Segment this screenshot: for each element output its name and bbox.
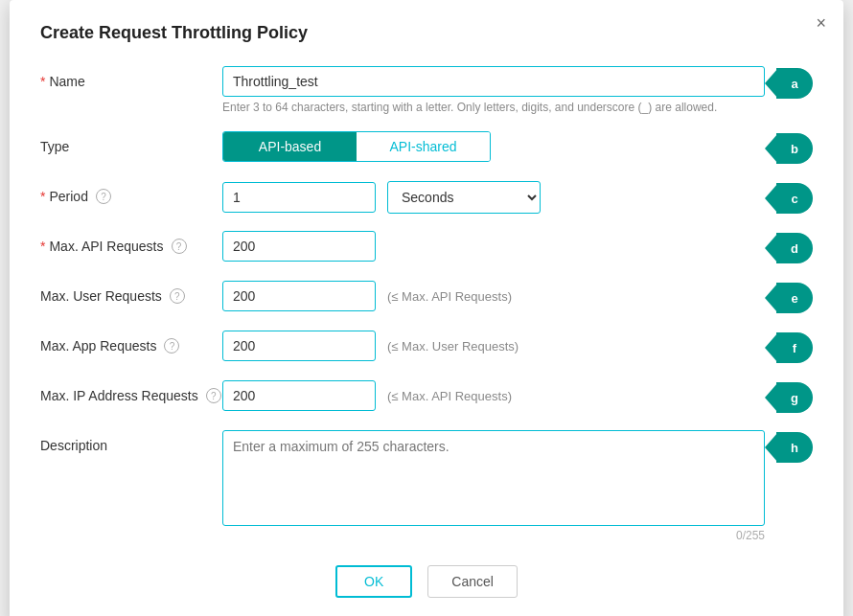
name-required-star: * — [40, 74, 45, 89]
max-app-constraint: (≤ Max. User Requests) — [387, 339, 519, 354]
max-ip-input[interactable] — [222, 380, 376, 411]
max-api-row-inner — [222, 231, 765, 262]
name-input-col: Enter 3 to 64 characters, starting with … — [222, 66, 765, 114]
max-api-label: Max. API Requests — [49, 239, 163, 254]
period-inputs: Seconds Minutes Hours Days — [222, 181, 765, 214]
name-input[interactable] — [222, 66, 765, 97]
badge-d-wrap: d — [776, 231, 813, 263]
badge-f-wrap: f — [776, 331, 813, 363]
type-label-col: Type — [40, 131, 222, 154]
close-button[interactable]: × — [816, 13, 826, 34]
badge-e-wrap: e — [776, 281, 813, 313]
badge-c: c — [776, 183, 813, 214]
max-ip-row-inner: (≤ Max. API Requests) — [222, 380, 765, 411]
badge-g: g — [776, 382, 813, 413]
cancel-button[interactable]: Cancel — [427, 565, 518, 598]
max-api-input[interactable] — [222, 231, 376, 262]
type-api-shared-button[interactable]: API-shared — [357, 132, 490, 161]
max-user-help-icon[interactable]: ? — [170, 288, 185, 304]
badge-c-wrap: c — [776, 181, 813, 214]
max-api-input-col — [222, 231, 765, 262]
max-user-label: Max. User Requests — [40, 288, 162, 304]
period-help-icon[interactable]: ? — [96, 189, 111, 204]
max-ip-constraint: (≤ Max. API Requests) — [387, 389, 512, 403]
max-api-required-star: * — [40, 239, 45, 254]
max-user-input[interactable] — [222, 281, 376, 311]
type-toggle-group: API-based API-shared — [222, 131, 491, 162]
ok-button[interactable]: OK — [335, 565, 412, 598]
badge-h-wrap: h — [776, 430, 813, 463]
period-unit-select[interactable]: Seconds Minutes Hours Days — [387, 181, 541, 214]
name-label-col: * Name — [40, 66, 222, 89]
max-app-label-col: Max. App Requests ? — [40, 331, 222, 354]
badge-h: h — [776, 432, 813, 463]
badge-a-wrap: a — [776, 66, 813, 99]
max-ip-help-icon[interactable]: ? — [206, 388, 221, 403]
max-user-row: Max. User Requests ? (≤ Max. API Request… — [40, 281, 813, 313]
max-ip-label: Max. IP Address Requests — [40, 388, 198, 403]
description-label: Description — [40, 438, 107, 453]
max-user-row-inner: (≤ Max. API Requests) — [222, 281, 765, 311]
period-row: * Period ? Seconds Minutes Hours Days c — [40, 181, 813, 214]
period-label: Period — [49, 189, 87, 204]
max-api-row: * Max. API Requests ? d — [40, 231, 813, 263]
max-ip-label-col: Max. IP Address Requests ? — [40, 380, 222, 403]
badge-b-wrap: b — [776, 131, 813, 164]
description-input-col: 0/255 — [222, 430, 765, 542]
max-user-input-col: (≤ Max. API Requests) — [222, 281, 765, 311]
max-app-row: Max. App Requests ? (≤ Max. User Request… — [40, 331, 813, 363]
badge-e: e — [776, 283, 813, 313]
description-label-col: Description — [40, 430, 222, 453]
type-label: Type — [40, 139, 69, 154]
type-api-based-button[interactable]: API-based — [223, 132, 357, 161]
max-app-help-icon[interactable]: ? — [164, 338, 179, 354]
max-app-row-inner: (≤ Max. User Requests) — [222, 331, 765, 361]
max-app-label: Max. App Requests — [40, 338, 156, 354]
period-input-col: Seconds Minutes Hours Days — [222, 181, 765, 214]
period-required-star: * — [40, 189, 45, 204]
type-row: Type API-based API-shared b — [40, 131, 813, 164]
badge-f: f — [776, 332, 813, 363]
description-char-count: 0/255 — [222, 529, 765, 542]
name-hint: Enter 3 to 64 characters, starting with … — [222, 101, 765, 114]
badge-d: d — [776, 233, 813, 263]
period-label-col: * Period ? — [40, 181, 222, 204]
max-user-label-col: Max. User Requests ? — [40, 281, 222, 304]
max-api-label-col: * Max. API Requests ? — [40, 231, 222, 254]
description-textarea[interactable] — [222, 430, 765, 526]
period-value-input[interactable] — [222, 182, 376, 213]
badge-b: b — [776, 133, 813, 164]
badge-a: a — [776, 68, 813, 99]
max-user-constraint: (≤ Max. API Requests) — [387, 289, 512, 304]
max-ip-row: Max. IP Address Requests ? (≤ Max. API R… — [40, 380, 813, 413]
name-label: Name — [49, 74, 84, 89]
description-row: Description 0/255 h — [40, 430, 813, 542]
max-app-input[interactable] — [222, 331, 376, 361]
max-app-input-col: (≤ Max. User Requests) — [222, 331, 765, 361]
dialog-title: Create Request Throttling Policy — [40, 23, 813, 43]
type-input-col: API-based API-shared — [222, 131, 765, 162]
footer-buttons: OK Cancel — [40, 565, 813, 598]
max-api-help-icon[interactable]: ? — [172, 239, 187, 254]
name-row: * Name Enter 3 to 64 characters, startin… — [40, 66, 813, 114]
dialog-container: × Create Request Throttling Policy * Nam… — [10, 0, 843, 616]
badge-g-wrap: g — [776, 380, 813, 413]
max-ip-input-col: (≤ Max. API Requests) — [222, 380, 765, 411]
